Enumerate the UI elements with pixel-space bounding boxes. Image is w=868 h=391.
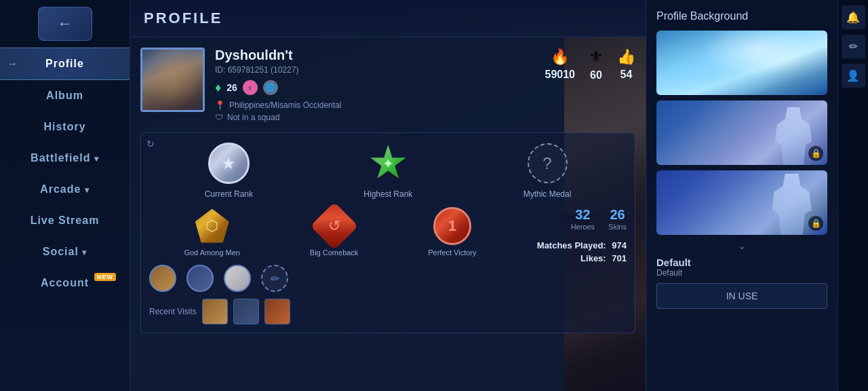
sidebar-item-social[interactable]: Social <box>0 236 130 267</box>
heroes-value: 32 <box>575 207 590 223</box>
mythic-medal-item: Mythic Medal <box>524 141 572 199</box>
sidebar-item-label: Album <box>46 90 83 101</box>
sidebar-item-livestream[interactable]: Live Stream <box>0 205 130 236</box>
sidebar-item-arcade[interactable]: Arcade <box>0 174 130 205</box>
bg-option-3[interactable]: 🔒 <box>656 170 827 235</box>
bg-option-1-image <box>656 31 827 95</box>
comeback-badge <box>315 207 353 244</box>
star-icon: ⚜ <box>589 48 604 67</box>
bg-name-section: Default Default <box>656 257 827 278</box>
hero-avatar-1 <box>149 265 176 292</box>
comeback-badge-item: Big Comeback <box>310 207 359 257</box>
mythic-medal <box>526 141 570 185</box>
bg-option-1[interactable] <box>656 31 827 95</box>
sidebar-item-album[interactable]: Album <box>0 80 130 111</box>
matches-value: 974 <box>612 240 627 250</box>
location-text: Philippines/Misamis Occidental <box>229 100 341 110</box>
bg-option-2-image <box>656 100 827 165</box>
profile-header: Dyshouldn't ID: 659781251 (10227) ♦ 26 ♀… <box>140 48 635 122</box>
in-use-button[interactable]: IN USE <box>656 283 827 309</box>
heroes-label: Heroes <box>571 223 595 231</box>
bg-option-2[interactable]: 🔒 <box>656 100 827 165</box>
recent-visits-label: Recent Visits <box>149 307 197 316</box>
matches-row: Matches Played: 974 <box>534 240 627 250</box>
bottom-right: 32 Heroes 26 Skins Matches Played: 974 L… <box>518 207 627 263</box>
sidebar-item-account[interactable]: NEW Account <box>0 267 130 299</box>
page-title: PROFILE <box>144 10 222 27</box>
matches-label: Matches Played: <box>537 240 606 250</box>
avatar <box>140 48 205 112</box>
notification-icon[interactable]: 🔔 <box>842 5 865 29</box>
bg-selected-name: Default <box>656 257 827 268</box>
god-badge-item: God Among Men <box>184 207 240 257</box>
squad-row: 🛡 Not in a squad <box>215 113 532 122</box>
squad-icon: 🛡 <box>215 113 223 122</box>
sidebar-item-battlefield[interactable]: Battlefield <box>0 143 130 174</box>
current-rank-label: Current Rank <box>205 189 253 199</box>
recent-avatar-1 <box>202 299 228 324</box>
panel-title: Profile Background <box>656 10 827 22</box>
sidebar-item-label: Profile <box>45 58 84 69</box>
user-id: ID: 659781251 (10227) <box>215 65 532 75</box>
diamond-icon: ♦ <box>215 81 221 95</box>
badges-row: ♦ 26 ♀ 🌐 <box>215 80 532 95</box>
sidebar-item-profile[interactable]: Profile <box>0 48 130 80</box>
username: Dyshouldn't <box>215 48 532 63</box>
perfect-badge-item: Perfect Victory <box>428 207 476 257</box>
top-stats: 🔥 59010 ⚜ 60 👍 54 <box>545 48 636 81</box>
like-stat: 👍 54 <box>617 48 635 81</box>
profile-info: Dyshouldn't ID: 659781251 (10227) ♦ 26 ♀… <box>215 48 532 122</box>
profile-background-panel: Profile Background 🔒 🔒 ⌄ Default Default… <box>646 0 837 391</box>
heroes-skins-counts: 32 Heroes 26 Skins <box>571 207 627 231</box>
bg-selected-subtitle: Default <box>656 268 827 278</box>
comeback-label: Big Comeback <box>310 248 359 257</box>
recent-visits-section: Recent Visits <box>149 299 511 324</box>
likes-value: 701 <box>612 253 627 263</box>
mythic-medal-label: Mythic Medal <box>524 189 572 199</box>
location-row: 📍 Philippines/Misamis Occidental <box>215 100 532 110</box>
hero-avatar-edit[interactable]: ✏ <box>261 265 288 292</box>
heroes-row: ✏ <box>149 265 511 292</box>
profile-icon[interactable]: 👤 <box>842 64 865 88</box>
stats-bottom: Matches Played: 974 Likes: 701 <box>534 240 627 263</box>
gender-icon: ♀ <box>243 80 258 95</box>
bottom-content: God Among Men Big Comeback Perfect Victo… <box>149 207 627 324</box>
sidebar: ← Profile Album History Battlefield Arca… <box>0 0 130 391</box>
edit-icon[interactable]: ✏ <box>842 35 865 58</box>
fire-stat: 🔥 59010 <box>545 48 576 81</box>
recent-avatar-2 <box>233 299 259 324</box>
sidebar-item-label: Account <box>41 277 89 288</box>
location-icon: 📍 <box>215 100 225 110</box>
star-value: 60 <box>590 69 602 81</box>
sidebar-item-label: Battlefield <box>31 152 90 164</box>
current-rank-item: Current Rank <box>205 141 253 199</box>
highest-rank-label: Highest Rank <box>363 189 412 199</box>
back-button[interactable]: ← <box>38 7 92 41</box>
god-label: God Among Men <box>184 248 240 257</box>
far-right-panel: 🔔 ✏ 👤 <box>837 0 868 391</box>
highest-rank-item: Highest Rank <box>363 141 412 199</box>
refresh-icon[interactable]: ↻ <box>146 138 155 149</box>
sidebar-item-history[interactable]: History <box>0 111 130 143</box>
fire-icon: 🔥 <box>551 48 569 66</box>
heroes-count: 32 Heroes <box>571 207 595 231</box>
fire-value: 59010 <box>545 69 576 81</box>
back-icon: ← <box>58 15 73 33</box>
skins-label: Skins <box>608 223 627 231</box>
rank-row: Current Rank Highest Rank Mythic Medal <box>149 141 627 199</box>
perfect-badge <box>433 207 471 244</box>
level-count: 26 <box>226 82 237 93</box>
perfect-label: Perfect Victory <box>428 248 476 257</box>
skins-value: 26 <box>610 207 625 223</box>
hero-avatar-2 <box>186 265 214 292</box>
sidebar-item-label: Arcade <box>40 183 81 195</box>
rank-section: ↻ Current Rank Highest Rank Mythic Medal <box>140 132 635 333</box>
scroll-down-button[interactable]: ⌄ <box>656 240 827 251</box>
like-icon: 👍 <box>617 48 635 66</box>
likes-row: Likes: 701 <box>577 253 627 263</box>
highest-rank-medal <box>366 141 410 185</box>
main-content: Dyshouldn't ID: 659781251 (10227) ♦ 26 ♀… <box>130 37 646 391</box>
new-badge: NEW <box>94 273 116 281</box>
skins-count: 26 Skins <box>608 207 627 231</box>
squad-text: Not in a squad <box>227 113 279 122</box>
